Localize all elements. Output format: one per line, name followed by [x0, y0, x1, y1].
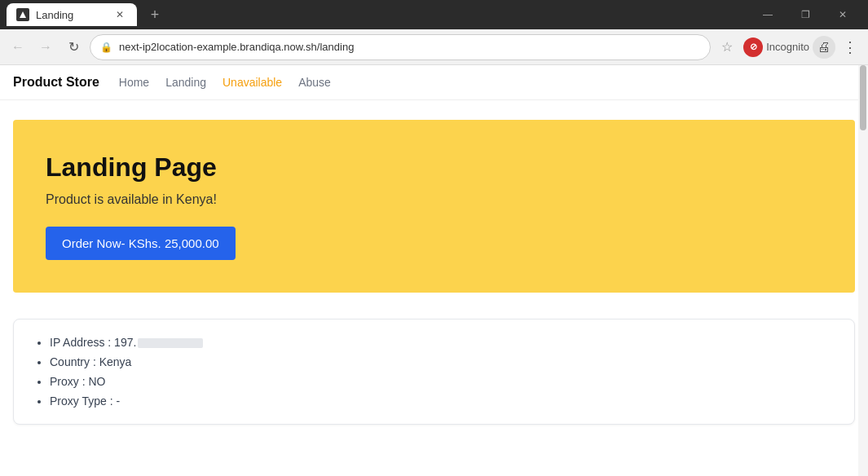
ip-label: IP Address : 197. [50, 336, 136, 349]
info-list: IP Address : 197. Country : Kenya Proxy … [33, 336, 835, 408]
address-bar[interactable]: 🔒 next-ip2location-example.brandiqa.now.… [90, 34, 711, 60]
refresh-button[interactable]: ↻ [62, 36, 85, 59]
title-bar: Landing ✕ + — ❐ ✕ [0, 0, 868, 29]
browser-tab[interactable]: Landing ✕ [7, 3, 137, 26]
proxy-type-label: Proxy Type : - [50, 394, 120, 408]
country-label: Country : Kenya [50, 355, 131, 368]
restore-button[interactable]: ❐ [786, 0, 824, 29]
window-controls: — ❐ ✕ [749, 0, 861, 29]
scrollbar-thumb[interactable] [860, 65, 866, 130]
list-item-country: Country : Kenya [50, 355, 835, 368]
back-button[interactable]: ← [7, 36, 29, 59]
proxy-label: Proxy : NO [50, 375, 105, 388]
nav-abuse[interactable]: Abuse [298, 76, 331, 89]
tab-close-button[interactable]: ✕ [112, 7, 127, 22]
site-nav: Product Store Home Landing Unavailable A… [0, 65, 868, 100]
nav-home[interactable]: Home [119, 76, 149, 89]
minimize-button[interactable]: — [749, 0, 786, 29]
nav-links: Home Landing Unavailable Abuse [119, 76, 331, 89]
incognito-label: Incognito [766, 41, 809, 53]
browser-toolbar: ← → ↻ 🔒 next-ip2location-example.brandiq… [0, 29, 868, 65]
forward-button[interactable]: → [34, 36, 57, 59]
extension-icon[interactable]: ⊘ [743, 37, 763, 57]
page-content: Product Store Home Landing Unavailable A… [0, 65, 868, 476]
bookmark-button[interactable]: ☆ [716, 36, 738, 59]
toolbar-right: ⊘ Incognito 🖨 ⋮ [743, 36, 861, 59]
order-btn-price: - KShs. 25,000.00 [121, 236, 219, 250]
list-item-proxy: Proxy : NO [50, 375, 835, 388]
info-card: IP Address : 197. Country : Kenya Proxy … [13, 319, 855, 425]
close-button[interactable]: ✕ [824, 0, 861, 29]
menu-button[interactable]: ⋮ [839, 36, 861, 59]
profile-button[interactable]: 🖨 [813, 36, 835, 59]
svg-marker-0 [20, 11, 26, 18]
order-now-button[interactable]: Order Now- KShs. 25,000.00 [46, 227, 236, 260]
list-item-proxy-type: Proxy Type : - [50, 394, 835, 408]
lock-icon: 🔒 [100, 42, 112, 53]
nav-unavailable[interactable]: Unavailable [223, 76, 282, 89]
site-brand: Product Store [13, 75, 99, 90]
order-btn-label: Order Now [62, 236, 121, 250]
tab-title: Landing [36, 9, 73, 21]
ip-redacted [138, 338, 203, 348]
list-item-ip: IP Address : 197. [50, 336, 835, 349]
hero-title: Landing Page [46, 152, 822, 183]
scrollbar[interactable] [858, 65, 868, 476]
hero-subtitle: Product is available in Kenya! [46, 192, 822, 207]
url-text: next-ip2location-example.brandiqa.now.sh… [119, 41, 700, 53]
hero-section: Landing Page Product is available in Ken… [13, 120, 855, 293]
nav-landing[interactable]: Landing [165, 76, 206, 89]
tab-favicon [16, 8, 29, 21]
new-tab-button[interactable]: + [143, 3, 166, 26]
